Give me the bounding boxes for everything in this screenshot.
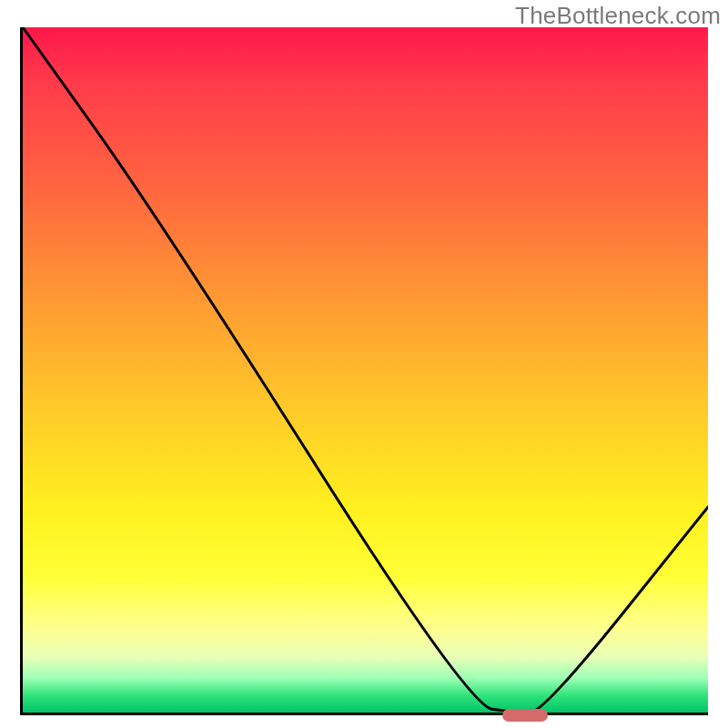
optimal-marker <box>502 709 548 722</box>
bottleneck-curve-path <box>23 27 708 713</box>
watermark-label: TheBottleneck.com <box>515 2 721 30</box>
plot-area <box>20 27 708 715</box>
chart-container: TheBottleneck.com <box>0 0 728 728</box>
curve-svg <box>23 27 708 713</box>
